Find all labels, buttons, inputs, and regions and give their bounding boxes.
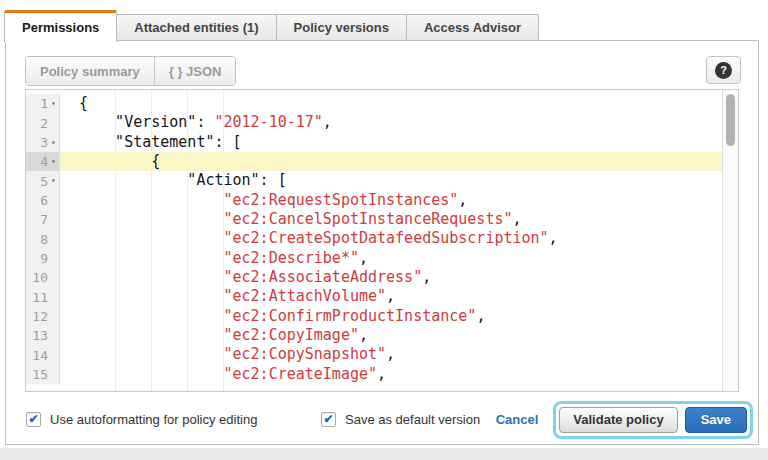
policy-panel: Policy summary { } JSON ? 1▾{2 "Version"…: [5, 40, 759, 445]
default-version-label: Save as default version: [345, 412, 480, 427]
tab-attached-entities[interactable]: Attached entities (1): [116, 14, 276, 40]
default-version-option: ✔ Save as default version: [321, 398, 480, 441]
line-number: 4▾: [26, 152, 60, 171]
default-version-checkbox[interactable]: ✔: [321, 412, 336, 427]
line-number: 5▾: [26, 171, 60, 190]
line-number: 12: [26, 307, 60, 326]
tab-label: Access Advisor: [424, 20, 521, 35]
line-number: 7: [26, 210, 60, 229]
tab-label: Permissions: [22, 20, 99, 35]
code-line: 12 "ec2:ConfirmProductInstance",: [26, 307, 722, 326]
autoformat-checkbox[interactable]: ✔: [26, 412, 41, 427]
code-line: 13 "ec2:CopyImage",: [26, 326, 722, 345]
line-number: 1▾: [26, 94, 60, 113]
tab-label: Attached entities (1): [134, 20, 258, 35]
line-number: 2: [26, 113, 60, 132]
autoformat-label: Use autoformatting for policy editing: [50, 412, 257, 427]
tab-permissions[interactable]: Permissions: [4, 10, 117, 42]
code-line: 11 "ec2:AttachVolume",: [26, 287, 722, 306]
fold-arrow-icon[interactable]: ▾: [48, 94, 59, 113]
code-line: 8 "ec2:CreateSpotDatafeedSubscription",: [26, 229, 722, 248]
code-line: 9 "ec2:Describe*",: [26, 249, 722, 268]
save-button[interactable]: Save: [685, 407, 747, 433]
autoformat-option: ✔ Use autoformatting for policy editing: [26, 398, 257, 441]
tab-policy-versions[interactable]: Policy versions: [276, 14, 407, 40]
help-button[interactable]: ?: [706, 56, 741, 84]
line-number: 13: [26, 326, 60, 345]
json-view-button[interactable]: { } JSON: [154, 57, 236, 85]
checkmark-icon: ✔: [323, 413, 333, 425]
checkmark-icon: ✔: [28, 413, 38, 425]
cancel-link[interactable]: Cancel: [496, 412, 539, 427]
line-number: 3▾: [26, 133, 60, 152]
code-line: 6 "ec2:RequestSpotInstances",: [26, 191, 722, 210]
code-line: 1▾{: [26, 94, 722, 113]
policy-editor-page: PermissionsAttached entities (1)Policy v…: [0, 0, 768, 460]
line-number: 15: [26, 365, 60, 384]
json-editor[interactable]: 1▾{2 "Version": "2012-10-17",3▾ "Stateme…: [25, 89, 739, 392]
code-line: 2 "Version": "2012-10-17",: [26, 113, 722, 132]
code-line: 7 "ec2:CancelSpotInstanceRequests",: [26, 210, 722, 229]
code-line: 3▾ "Statement": [: [26, 133, 722, 152]
fold-arrow-icon[interactable]: ▾: [48, 152, 59, 171]
scrollbar-thumb[interactable]: [726, 94, 735, 146]
tab-label: Policy versions: [294, 20, 389, 35]
code-line: 14 "ec2:CopySnapshot",: [26, 345, 722, 364]
code-line: 10 "ec2:AssociateAddress",: [26, 268, 722, 287]
code-line: 15 "ec2:CreateImage",: [26, 365, 722, 384]
line-number: 10: [26, 268, 60, 287]
code-line: 5▾ "Action": [: [26, 171, 722, 190]
view-toggle-group: Policy summary { } JSON: [25, 56, 236, 86]
tab-access-advisor[interactable]: Access Advisor: [406, 14, 539, 40]
validate-policy-button[interactable]: Validate policy: [559, 407, 677, 433]
tab-bar: PermissionsAttached entities (1)Policy v…: [5, 10, 539, 41]
editor-scrollbar[interactable]: [722, 90, 738, 391]
footer-actions: Cancel Validate policy Save: [496, 398, 753, 441]
code-area: 1▾{2 "Version": "2012-10-17",3▾ "Stateme…: [26, 94, 722, 384]
policy-summary-button[interactable]: Policy summary: [26, 57, 154, 85]
help-icon: ?: [715, 62, 732, 79]
primary-actions-focus-group: Validate policy Save: [553, 401, 753, 439]
line-number: 14: [26, 345, 60, 364]
line-number: 11: [26, 287, 60, 306]
page-background-strip: [0, 448, 768, 460]
line-number: 9: [26, 249, 60, 268]
fold-arrow-icon[interactable]: ▾: [48, 133, 59, 152]
line-number: 6: [26, 191, 60, 210]
fold-arrow-icon[interactable]: ▾: [48, 171, 59, 190]
code-line: 4▾ {: [26, 152, 722, 171]
line-number: 8: [26, 229, 60, 248]
